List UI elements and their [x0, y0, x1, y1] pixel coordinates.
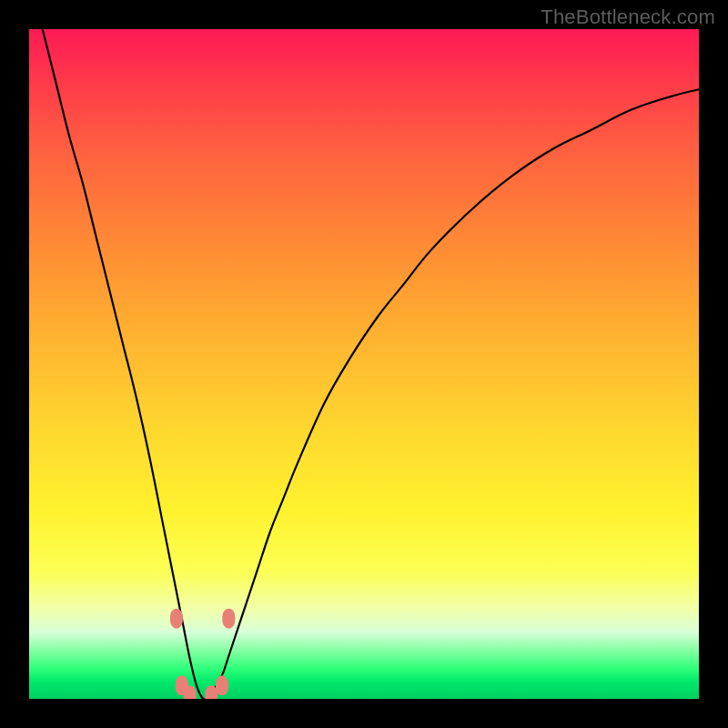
marker-group	[170, 609, 235, 699]
curve-marker	[222, 609, 235, 629]
curve-marker	[216, 675, 228, 695]
curve-marker	[170, 609, 183, 629]
bottleneck-curve	[43, 29, 699, 699]
watermark-text: TheBottleneck.com	[541, 5, 715, 29]
curve-layer	[29, 29, 699, 699]
chart-frame: TheBottleneck.com	[0, 0, 728, 728]
plot-area	[29, 29, 699, 699]
